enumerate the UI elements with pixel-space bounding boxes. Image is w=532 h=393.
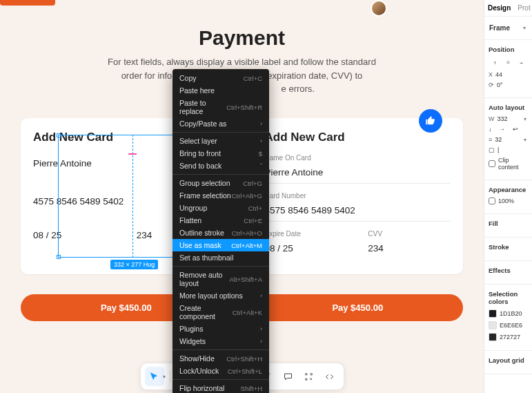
thumbs-up-badge[interactable] [419,109,442,133]
properties-panel: Design Prot Frame▾ Position ⫞≡⫠ X44 ⟳0° … [484,0,532,393]
canvas[interactable]: Payment For text fields, always display … [0,0,484,393]
accent-bar [0,0,55,6]
ctx-use-as-mask[interactable]: Use as maskCtrl+Alt+M [173,239,269,251]
gap-value[interactable]: 32 [495,136,502,143]
ctx-plugins[interactable]: Plugins› [173,323,269,335]
position-label: Position [489,46,528,53]
ctx-more-layout[interactable]: More layout options› [173,289,269,302]
tab-design[interactable]: Design [484,0,514,16]
color-row[interactable]: 272727 [489,333,528,341]
clip-checkbox[interactable] [489,160,495,167]
opacity-checkbox[interactable] [489,198,495,204]
selection-guide [58,135,133,258]
avatar[interactable] [371,0,387,17]
svg-point-3 [306,378,308,381]
ctx-paste-here[interactable]: Paste here [173,84,269,97]
ctx-outline[interactable]: Outline strokeCtrl+Alt+O [173,227,269,239]
chevron-down-icon[interactable]: ▾ [163,374,166,380]
ctx-set-thumbnail[interactable]: Set as thumbnail [173,251,269,264]
card-right[interactable]: Add New Card Name On Card Pierre Antoine… [253,118,464,274]
ctx-copy[interactable]: CopyCtrl+C [173,72,269,84]
ctx-select-layer[interactable]: Select layer› [173,135,269,147]
cardnum-label: Card Number [265,192,451,200]
ctx-widgets[interactable]: Widgets› [173,335,269,347]
effects-label[interactable]: Effects [489,267,528,274]
ctx-send-back[interactable]: Send to backˆ [173,160,269,172]
selection-dimensions: 332 × 277 Hug [110,260,158,269]
comment-tool[interactable] [279,367,298,386]
move-tool[interactable] [145,367,164,386]
layout-grid-label[interactable]: Layout grid [489,356,528,364]
exp-value: 08 / 25 [265,239,348,259]
cardnum-value: 4575 8546 5489 5402 [265,201,451,222]
actions-tool[interactable] [299,367,319,386]
width-value[interactable]: 332 [497,115,508,122]
name-value: Pierre Antoine [265,163,451,184]
x-value[interactable]: 44 [495,71,502,78]
ctx-create-component[interactable]: Create componentCtrl+Alt+K [173,302,269,323]
page-title: Payment [0,26,484,50]
tab-prototype[interactable]: Prot [514,0,532,16]
ctx-flatten[interactable]: FlattenCtrl+E [173,214,269,227]
cvv-label: CVV [368,230,451,238]
ctx-copy-paste-as[interactable]: Copy/Paste as› [173,117,269,130]
stroke-label[interactable]: Stroke [489,243,528,251]
appearance-label: Appearance [489,186,528,193]
ctx-lock[interactable]: Lock/UnlockCtrl+Shift+L [173,365,269,377]
svg-point-2 [311,373,313,375]
autolayout-label: Auto layout [489,104,528,111]
name-label: Name On Card [265,154,451,162]
dev-mode-tool[interactable] [320,367,339,386]
ctx-show-hide[interactable]: Show/HideCtrl+Shift+H [173,352,269,365]
direction-controls[interactable]: ↓ → ↩ [489,126,528,133]
ctx-ungroup[interactable]: UngroupCtrl+ [173,202,269,214]
thumbs-up-icon [425,115,436,126]
cvv-value: 234 [368,239,451,259]
ctx-flip-h[interactable]: Flip horizontalShift+H [173,382,269,393]
card-title: Add New Card [265,131,451,144]
context-menu: CopyCtrl+C Paste here Paste to replaceCt… [173,69,269,393]
spacing-indicator [128,153,137,155]
align-controls[interactable]: ⫞≡⫠ [489,57,528,67]
selection-colors-label: Selection colors [489,290,528,305]
ctx-frame[interactable]: Frame selectionCtrl+Alt+G [173,189,269,202]
exp-label: Expire Date [265,230,348,238]
pay-button[interactable]: Pay $450.00 [253,294,464,321]
frame-select[interactable]: Frame▾ [489,22,528,34]
color-row[interactable]: E6E6E6 [489,321,528,329]
ctx-remove-autolayout[interactable]: Remove auto layoutAlt+Shift+A [173,269,269,289]
opacity-value[interactable]: 100% [498,198,514,204]
color-row[interactable]: 1D1B20 [489,309,528,318]
rotation-value[interactable]: 0° [497,82,503,88]
fill-label[interactable]: Fill [489,220,528,227]
ctx-paste-replace[interactable]: Paste to replaceCtrl+Shift+R [173,97,269,117]
panel-tabs: Design Prot [484,0,532,17]
ctx-group[interactable]: Group selectionCtrl+G [173,177,269,189]
ctx-bring-front[interactable]: Bring to front$ [173,147,269,160]
svg-point-1 [306,373,308,375]
